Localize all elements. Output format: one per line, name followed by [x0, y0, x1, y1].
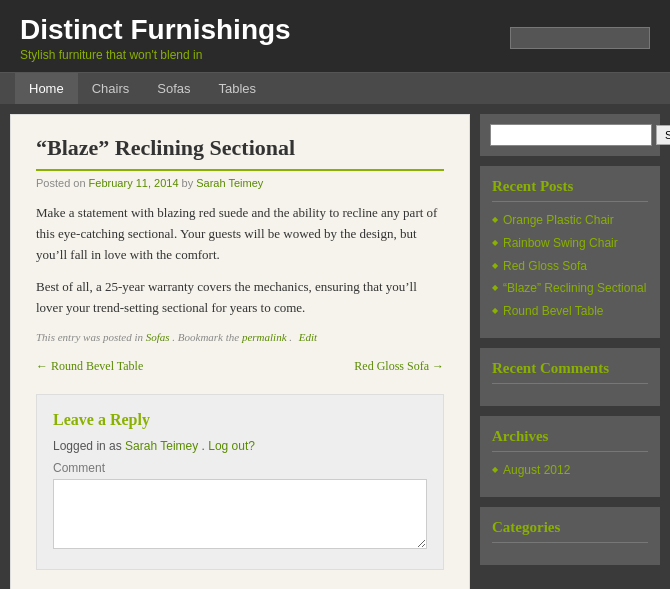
post-date[interactable]: February 11, 2014 [89, 177, 179, 189]
site-header: Distinct Furnishings Stylish furniture t… [0, 0, 670, 72]
nav-item-sofas[interactable]: Sofas [143, 73, 204, 104]
sidebar-search-button[interactable]: Search [656, 125, 670, 145]
post-category-link[interactable]: Sofas [146, 331, 170, 343]
site-title: Distinct Furnishings [20, 14, 291, 46]
archives-heading: Archives [492, 428, 648, 452]
archive-item: August 2012 [492, 462, 648, 479]
archives-section: Archives August 2012 [480, 416, 660, 497]
post-footer-prefix: This entry was posted in [36, 331, 143, 343]
recent-post-item: Red Gloss Sofa [492, 258, 648, 275]
archives-list: August 2012 [492, 462, 648, 479]
header-search-input[interactable] [510, 27, 650, 49]
site-tagline: Stylish furniture that won't blend in [20, 48, 291, 62]
sidebar-search-input[interactable] [490, 124, 652, 146]
sidebar-search: Search [480, 114, 660, 156]
recent-post-link-4[interactable]: Round Bevel Table [503, 303, 604, 320]
site-branding: Distinct Furnishings Stylish furniture t… [20, 14, 291, 62]
post-meta-prefix: Posted on [36, 177, 86, 189]
post-meta: Posted on February 11, 2014 by Sarah Tei… [36, 177, 444, 189]
post-prev-link[interactable]: ← Round Bevel Table [36, 359, 143, 374]
recent-post-item: Round Bevel Table [492, 303, 648, 320]
recent-posts-heading: Recent Posts [492, 178, 648, 202]
nav-item-chairs[interactable]: Chairs [78, 73, 144, 104]
recent-post-item: “Blaze” Reclining Sectional [492, 280, 648, 297]
header-search-area [510, 27, 650, 49]
logout-link[interactable]: Log out? [208, 439, 255, 453]
main-content: “Blaze” Reclining Sectional Posted on Fe… [10, 114, 470, 589]
comment-heading: Leave a Reply [53, 411, 427, 429]
categories-section: Categories [480, 507, 660, 565]
post-body-1: Make a statement with blazing red suede … [36, 203, 444, 265]
post-author-prefix: by [182, 177, 194, 189]
comment-textarea[interactable] [53, 479, 427, 549]
sidebar: Search Recent Posts Orange Plastic Chair… [480, 114, 660, 589]
nav-item-tables[interactable]: Tables [205, 73, 271, 104]
recent-post-link-2[interactable]: Red Gloss Sofa [503, 258, 587, 275]
post-title: “Blaze” Reclining Sectional [36, 135, 444, 171]
recent-comments-section: Recent Comments [480, 348, 660, 406]
content-wrapper: “Blaze” Reclining Sectional Posted on Fe… [0, 104, 670, 589]
recent-posts-list: Orange Plastic Chair Rainbow Swing Chair… [492, 212, 648, 320]
post-body-2: Best of all, a 25-year warranty covers t… [36, 277, 444, 319]
recent-posts-section: Recent Posts Orange Plastic Chair Rainbo… [480, 166, 660, 338]
recent-comments-heading: Recent Comments [492, 360, 648, 384]
recent-post-item: Orange Plastic Chair [492, 212, 648, 229]
logged-in-info: Logged in as Sarah Teimey . Log out? [53, 439, 427, 453]
nav-item-home[interactable]: Home [15, 73, 78, 104]
post-edit-link[interactable]: Edit [299, 331, 317, 343]
recent-post-item: Rainbow Swing Chair [492, 235, 648, 252]
logged-in-user[interactable]: Sarah Teimey [125, 439, 198, 453]
post-next-link[interactable]: Red Gloss Sofa → [354, 359, 444, 374]
post-author[interactable]: Sarah Teimey [196, 177, 263, 189]
post-navigation: ← Round Bevel Table Red Gloss Sofa → [36, 359, 444, 374]
recent-post-link-1[interactable]: Rainbow Swing Chair [503, 235, 618, 252]
comment-section: Leave a Reply Logged in as Sarah Teimey … [36, 394, 444, 570]
post-footer: This entry was posted in Sofas . Bookmar… [36, 331, 444, 343]
post-footer-middle: . Bookmark the [172, 331, 239, 343]
comment-label: Comment [53, 461, 427, 475]
recent-post-link-3[interactable]: “Blaze” Reclining Sectional [503, 280, 646, 297]
logged-in-prefix: Logged in as [53, 439, 125, 453]
recent-post-link-0[interactable]: Orange Plastic Chair [503, 212, 614, 229]
archive-link-0[interactable]: August 2012 [503, 462, 570, 479]
post-footer-suffix: . [289, 331, 292, 343]
categories-heading: Categories [492, 519, 648, 543]
post-permalink[interactable]: permalink [242, 331, 287, 343]
main-nav: Home Chairs Sofas Tables [0, 72, 670, 104]
